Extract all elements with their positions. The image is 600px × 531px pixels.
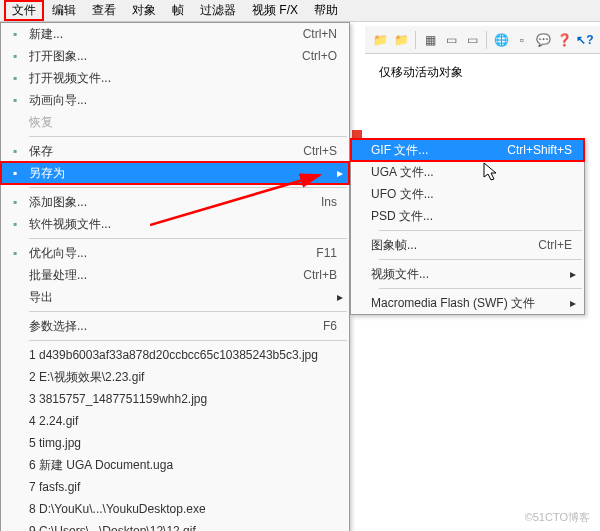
- file-menu-label: 保存: [29, 143, 303, 160]
- file-menu-label: 另存为: [29, 165, 341, 182]
- save-icon: ▪: [7, 143, 23, 159]
- file-menu-label: 添加图象...: [29, 194, 321, 211]
- saveas-label: PSD 文件...: [371, 208, 576, 225]
- saveas-label: GIF 文件...: [371, 142, 507, 159]
- saveas-shortcut: Ctrl+Shift+S: [507, 143, 576, 157]
- saveas-submenu: GIF 文件...Ctrl+Shift+SUGA 文件...UFO 文件...P…: [350, 138, 585, 315]
- file-menu-item-0[interactable]: ▪新建...Ctrl+N: [1, 23, 349, 45]
- menubar-item-3[interactable]: 对象: [124, 0, 164, 21]
- saveas-item-7[interactable]: 视频文件...▸: [351, 263, 584, 285]
- menubar-item-5[interactable]: 过滤器: [192, 0, 244, 21]
- file-menu-item-26[interactable]: 9 C:\Users\...\Desktop\12\12.gif: [1, 520, 349, 531]
- addimg-icon: ▪: [7, 194, 23, 210]
- file-menu-item-2[interactable]: ▪打开视频文件...: [1, 67, 349, 89]
- file-menu-label: 优化向导...: [29, 245, 316, 262]
- file-menu-item-25[interactable]: 8 D:\YouKu\...\YoukuDesktop.exe: [1, 498, 349, 520]
- chevron-right-icon: ▸: [570, 296, 576, 310]
- file-menu-label: 参数选择...: [29, 318, 323, 335]
- opt-icon: ▪: [7, 245, 23, 261]
- menubar: 文件编辑查看对象帧过滤器视频 F/X帮助: [0, 0, 600, 22]
- file-menu-item-7[interactable]: ▪另存为▸: [1, 162, 349, 184]
- folder-icon[interactable]: 📁: [371, 31, 389, 49]
- file-menu-label: 批量处理...: [29, 267, 303, 284]
- file-menu-label: 动画向导...: [29, 92, 341, 109]
- folder-icon[interactable]: 📁: [392, 31, 410, 49]
- file-menu-label: 软件视频文件...: [29, 216, 341, 233]
- file-menu-label: 导出: [29, 289, 341, 306]
- file-menu-item-3[interactable]: ▪动画向导...: [1, 89, 349, 111]
- file-menu-item-19[interactable]: 2 E:\视频效果\2.23.gif: [1, 366, 349, 388]
- file-menu-item-20[interactable]: 3 3815757_1487751159whh2.jpg: [1, 388, 349, 410]
- file-menu-item-22[interactable]: 5 timg.jpg: [1, 432, 349, 454]
- saveas-item-9[interactable]: Macromedia Flash (SWF) 文件▸: [351, 292, 584, 314]
- file-menu-item-16[interactable]: 参数选择...F6: [1, 315, 349, 337]
- saveas-shortcut: Ctrl+E: [538, 238, 576, 252]
- menubar-item-6[interactable]: 视频 F/X: [244, 0, 306, 21]
- file-menu-item-21[interactable]: 4 2.24.gif: [1, 410, 349, 432]
- menubar-item-0[interactable]: 文件: [4, 0, 44, 21]
- anim-icon: ▪: [7, 92, 23, 108]
- file-menu-item-24[interactable]: 7 fasfs.gif: [1, 476, 349, 498]
- help-icon[interactable]: ❓: [555, 31, 573, 49]
- saveas-sep: [379, 230, 582, 231]
- grid-icon[interactable]: ▦: [421, 31, 439, 49]
- toolbar: 📁📁▦▭▭🌐▫💬❓↖?: [365, 26, 600, 54]
- file-menu-item-18[interactable]: 1 d439b6003af33a878d20ccbcc65c10385243b5…: [1, 344, 349, 366]
- file-menu-item-10[interactable]: ▪软件视频文件...: [1, 213, 349, 235]
- file-menu-label: 打开视频文件...: [29, 70, 341, 87]
- file-menu-item-23[interactable]: 6 新建 UGA Document.uga: [1, 454, 349, 476]
- menubar-item-1[interactable]: 编辑: [44, 0, 84, 21]
- file-menu-label: 9 C:\Users\...\Desktop\12\12.gif: [29, 524, 341, 531]
- file-menu-label: 打开图象...: [29, 48, 302, 65]
- file-menu-item-9[interactable]: ▪添加图象...Ins: [1, 191, 349, 213]
- file-menu-sep: [29, 340, 347, 341]
- page-icon[interactable]: ▫: [513, 31, 531, 49]
- file-menu-shortcut: Ctrl+O: [302, 49, 341, 63]
- help-pointer-icon[interactable]: ↖?: [576, 31, 594, 49]
- file-menu-label: 6 新建 UGA Document.uga: [29, 457, 341, 474]
- open-icon: ▪: [7, 48, 23, 64]
- chat-icon[interactable]: 💬: [534, 31, 552, 49]
- file-menu-sep: [29, 136, 347, 137]
- file-menu-item-6[interactable]: ▪保存Ctrl+S: [1, 140, 349, 162]
- saveas-item-5[interactable]: 图象帧...Ctrl+E: [351, 234, 584, 256]
- panel-text: 仅移动活动对象: [379, 65, 463, 79]
- saveas-label: 图象帧...: [371, 237, 538, 254]
- saveas-sep: [379, 288, 582, 289]
- file-menu-label: 4 2.24.gif: [29, 414, 341, 428]
- doc-icon[interactable]: ▭: [463, 31, 481, 49]
- file-menu-label: 7 fasfs.gif: [29, 480, 341, 494]
- file-menu-sep: [29, 311, 347, 312]
- file-menu-item-14[interactable]: 导出▸: [1, 286, 349, 308]
- menubar-item-7[interactable]: 帮助: [306, 0, 346, 21]
- file-menu-label: 2 E:\视频效果\2.23.gif: [29, 369, 341, 386]
- menubar-item-4[interactable]: 帧: [164, 0, 192, 21]
- doc-icon[interactable]: ▭: [442, 31, 460, 49]
- saveas-item-0[interactable]: GIF 文件...Ctrl+Shift+S: [351, 139, 584, 161]
- chevron-right-icon: ▸: [337, 166, 343, 180]
- file-menu-sep: [29, 187, 347, 188]
- file-menu-shortcut: Ctrl+N: [303, 27, 341, 41]
- file-menu-item-13[interactable]: 批量处理...Ctrl+B: [1, 264, 349, 286]
- watermark: ©51CTO博客: [525, 510, 590, 525]
- addvid-icon: ▪: [7, 216, 23, 232]
- saveas-label: UGA 文件...: [371, 164, 576, 181]
- right-panel: 仅移动活动对象: [365, 54, 600, 91]
- saveas-item-1[interactable]: UGA 文件...: [351, 161, 584, 183]
- file-menu-shortcut: Ctrl+B: [303, 268, 341, 282]
- menubar-item-2[interactable]: 查看: [84, 0, 124, 21]
- file-menu-item-4: 恢复: [1, 111, 349, 133]
- file-menu-shortcut: F11: [316, 246, 341, 260]
- file-menu-label: 新建...: [29, 26, 303, 43]
- saveas-label: Macromedia Flash (SWF) 文件: [371, 295, 576, 312]
- file-menu-label: 3 3815757_1487751159whh2.jpg: [29, 392, 341, 406]
- saveas-item-2[interactable]: UFO 文件...: [351, 183, 584, 205]
- file-menu-label: 恢复: [29, 114, 341, 131]
- file-menu-item-1[interactable]: ▪打开图象...Ctrl+O: [1, 45, 349, 67]
- saveas-item-3[interactable]: PSD 文件...: [351, 205, 584, 227]
- file-menu-shortcut: Ins: [321, 195, 341, 209]
- globe-icon[interactable]: 🌐: [492, 31, 510, 49]
- saveas-sep: [379, 259, 582, 260]
- chevron-right-icon: ▸: [337, 290, 343, 304]
- file-menu-item-12[interactable]: ▪优化向导...F11: [1, 242, 349, 264]
